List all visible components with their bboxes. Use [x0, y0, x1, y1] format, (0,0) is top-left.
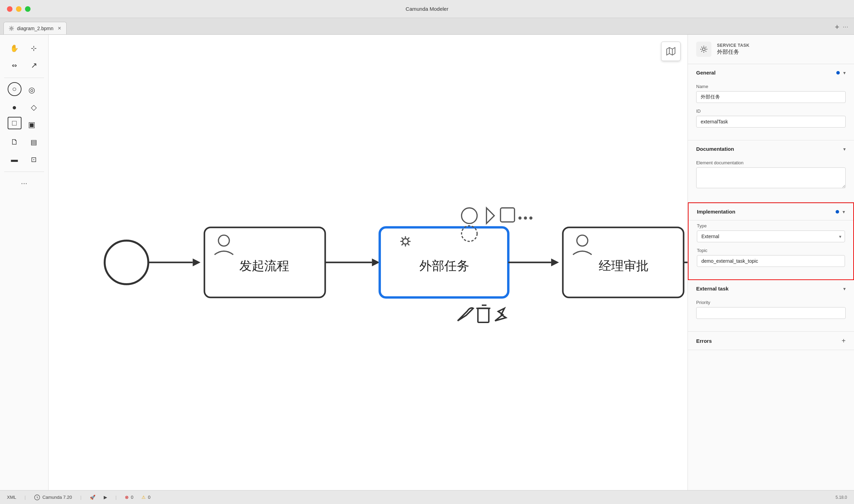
element-doc-label: Element documentation: [696, 160, 846, 165]
implementation-section-controls: ▾: [836, 209, 845, 215]
app-title: Camunda Modeler: [405, 6, 448, 12]
general-section-controls: ▾: [836, 70, 846, 76]
errors-section-title: Errors: [696, 338, 712, 344]
engine-label: Camunda 7.20: [34, 494, 72, 501]
warning-icon: ⚠: [142, 495, 146, 500]
more-tools-button[interactable]: ···: [3, 176, 45, 191]
external-task-section: External task ▾ Priority: [688, 280, 854, 332]
minimize-button[interactable]: [16, 6, 22, 12]
topic-field-group: Topic: [697, 248, 845, 267]
hand-tool-button[interactable]: ✋: [6, 40, 24, 56]
data-store-button[interactable]: ▣: [23, 117, 41, 133]
topic-field-label: Topic: [697, 248, 845, 253]
tool-row-6: 🗋 ▤: [3, 134, 45, 150]
diagram-tab[interactable]: diagram_2.bpmn ✕: [3, 22, 67, 34]
priority-field-group: Priority: [696, 300, 846, 319]
svg-marker-23: [551, 259, 559, 266]
general-section: General ▾ Name ID: [688, 64, 854, 140]
gear-tab-icon: [9, 26, 14, 31]
svg-text:经理审批: 经理审批: [599, 259, 649, 273]
priority-field-label: Priority: [696, 300, 846, 305]
version-label: 5.18.0: [836, 495, 847, 500]
tabbar: diagram_2.bpmn ✕ + ···: [0, 18, 854, 35]
name-field-group: Name: [696, 84, 846, 103]
documentation-section-title: Documentation: [696, 146, 734, 152]
minimap-button[interactable]: [661, 42, 681, 61]
name-field-label: Name: [696, 84, 846, 89]
element-doc-textarea[interactable]: [696, 167, 846, 188]
external-task-section-title: External task: [696, 286, 728, 292]
add-error-button[interactable]: +: [842, 337, 846, 344]
window-controls[interactable]: [7, 6, 31, 12]
error-status: ⊗ 0: [125, 495, 133, 500]
play-button[interactable]: ▶: [104, 495, 107, 500]
warning-count: 0: [148, 495, 150, 500]
svg-rect-19: [478, 309, 489, 322]
error-icon: ⊗: [125, 495, 129, 500]
tool-row-5: □ ▣: [3, 117, 45, 133]
tool-row-4: ● ◇: [3, 99, 45, 115]
bpmn-canvas[interactable]: 发起流程 外部任务: [49, 35, 688, 490]
service-task-icon: [700, 45, 708, 53]
name-field-input[interactable]: [696, 91, 846, 103]
topic-field-input[interactable]: [697, 255, 845, 267]
implementation-section-header[interactable]: Implementation ▾: [689, 203, 853, 220]
connect-tool-button[interactable]: ↗: [25, 58, 43, 73]
svg-point-0: [11, 27, 12, 29]
data-object-button[interactable]: 🗋: [6, 134, 24, 150]
toolbar-divider-2: [4, 172, 44, 172]
id-field-group: ID: [696, 108, 846, 128]
documentation-arrow-icon: ▾: [843, 146, 846, 152]
new-tab-button[interactable]: +: [835, 23, 839, 32]
tool-row-7: ▬ ⊡: [3, 151, 45, 167]
gateway-button[interactable]: ◇: [25, 99, 43, 115]
svg-point-33: [702, 48, 705, 51]
documentation-section-controls: ▾: [843, 146, 846, 152]
warning-status: ⚠ 0: [142, 495, 150, 500]
svg-marker-8: [372, 259, 379, 266]
lasso-tool-button[interactable]: ⊹: [25, 40, 43, 56]
xml-label: XML: [7, 495, 16, 500]
errors-section-header[interactable]: Errors +: [688, 332, 854, 350]
bpmn-diagram: 发起流程 外部任务: [49, 35, 688, 490]
error-count: 0: [131, 495, 133, 500]
pool-button[interactable]: ▬: [6, 151, 24, 167]
space-tool-button[interactable]: ⇔: [6, 58, 24, 73]
element-name-label: 外部任务: [717, 49, 750, 56]
implementation-arrow-icon: ▾: [843, 209, 845, 215]
start-event-button[interactable]: ○: [8, 82, 22, 96]
version-text: 5.18.0: [836, 495, 847, 500]
implementation-section-title: Implementation: [697, 209, 735, 215]
type-field-label: Type: [697, 223, 845, 228]
maximize-button[interactable]: [25, 6, 31, 12]
toolbar-divider-1: [4, 78, 44, 78]
external-task-arrow-icon: ▾: [843, 286, 846, 292]
general-dot: [836, 71, 840, 75]
external-task-section-header[interactable]: External task ▾: [688, 280, 854, 297]
deploy-button[interactable]: 🚀: [90, 495, 95, 500]
end-event-button[interactable]: ●: [6, 99, 24, 115]
intermediate-event-button[interactable]: ◎: [23, 82, 41, 98]
documentation-section-header[interactable]: Documentation ▾: [688, 140, 854, 157]
subprocess-button[interactable]: ▤: [25, 134, 43, 150]
task-button[interactable]: □: [8, 117, 22, 129]
priority-field-input[interactable]: [696, 307, 846, 319]
general-section-header[interactable]: General ▾: [688, 64, 854, 81]
external-task-section-content: Priority: [688, 297, 854, 331]
id-field-input[interactable]: [696, 116, 846, 128]
svg-point-17: [529, 216, 532, 219]
tab-more-button[interactable]: ···: [843, 24, 848, 30]
statusbar: XML | Camunda 7.20 | 🚀 ▶ | ⊗ 0 ⚠ 0 5.18.…: [0, 490, 854, 504]
svg-point-16: [524, 216, 527, 219]
tab-filename: diagram_2.bpmn: [17, 26, 53, 31]
panel-header-text: SERVICE TASK 外部任务: [717, 43, 750, 56]
type-select-wrapper: External Java class Expression Delegate …: [697, 231, 845, 242]
svg-marker-3: [193, 259, 200, 266]
close-button[interactable]: [7, 6, 12, 12]
svg-point-15: [519, 216, 522, 219]
element-type-label: SERVICE TASK: [717, 43, 750, 48]
type-select[interactable]: External Java class Expression Delegate …: [697, 231, 845, 242]
lane-button[interactable]: ⊡: [25, 151, 43, 167]
tab-close-button[interactable]: ✕: [58, 26, 61, 31]
engine-version-label: Camunda 7.20: [42, 495, 72, 500]
